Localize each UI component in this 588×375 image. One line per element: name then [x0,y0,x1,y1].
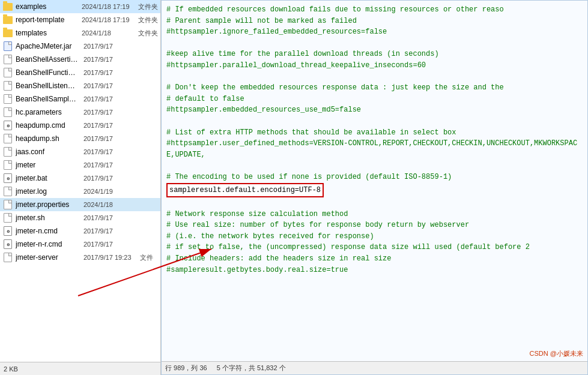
file-row[interactable]: BeanShellAssertion.bshrc2017/9/17 [0,53,160,66]
file-row[interactable]: jmeter-server2017/9/17 19:23文件 [0,251,160,264]
code-line [166,197,583,209]
bat-icon: ⚙ [2,226,13,236]
file-size: 2 KB [4,365,18,373]
doc-icon [2,54,13,65]
file-name: hc.parameters [16,108,79,116]
file-name: jmeter.properties [16,200,79,209]
file-status-bar: 2 KB [0,362,160,375]
file-name: report-template [16,16,77,24]
file-row[interactable]: jmeter.log2024/1/19 [0,185,160,198]
file-name: BeanShellSampler.bshrc [16,95,79,103]
doc-icon [2,252,13,263]
code-line [166,116,583,127]
file-row[interactable]: BeanShellFunction.bshrc2017/9/17 [0,66,160,79]
code-line: # Parent sample will not be marked as fa… [166,16,583,27]
code-line: #httpsampler.ignore_failed_embedded_reso… [166,26,583,38]
char-count: 5 个字符，共 51,832 个 [217,364,286,373]
file-name: jmeter.sh [16,214,79,222]
file-row[interactable]: jmeter.sh2017/9/17 [0,211,160,224]
file-name: ApacheJMeter.jar [16,42,79,50]
code-line [166,38,583,49]
file-panel: examples2024/1/18 17:19文件夹report-templat… [0,0,161,375]
code-line: #sampleresult.getbytes.body.real.size=tr… [166,265,583,276]
code-line: #httpsampler.parallel_download_thread_ke… [166,60,583,71]
file-row[interactable]: ⚙jmeter.bat2017/9/17 [0,172,160,185]
file-date: 2017/9/17 [83,227,138,235]
file-date: 2017/9/17 [83,82,138,89]
file-name: templates [16,29,77,37]
file-date: 2017/9/17 [83,109,138,116]
content-panel: # If embedded resources download fails d… [161,0,588,375]
code-line: #httpsampler.user_defined_methods=VERSIO… [166,138,583,160]
file-row[interactable]: BeanShellListeners.bshrc2017/9/17 [0,79,160,92]
doc-icon [2,186,13,197]
code-line: # List of extra HTTP methods that should… [166,127,583,139]
code-line: # The encoding to be used if none is pro… [166,172,583,183]
folder-icon [2,1,13,12]
jar-icon [2,41,13,52]
file-date: 2017/9/17 [83,69,138,76]
doc-icon [2,80,13,91]
file-date: 2017/9/17 [83,241,138,248]
file-row[interactable]: ApacheJMeter.jar2017/9/17 [0,40,160,53]
code-line: #keep alive time for the parallel downlo… [166,49,583,60]
code-line [166,160,583,172]
file-name: jmeter-server [16,253,79,262]
file-date: 2024/1/18 17:19 [82,16,136,23]
file-row[interactable]: ⚙jmeter-n-r.cmd2017/9/17 [0,238,160,251]
file-date: 2017/9/17 [83,43,138,50]
file-date: 2017/9/17 [83,56,138,63]
file-row[interactable]: examples2024/1/18 17:19文件夹 [0,0,160,13]
file-name: jmeter [16,161,79,169]
file-type: 文件 [140,253,158,262]
file-row[interactable]: jmeter2017/9/17 [0,158,160,172]
code-line: # Use real size: number of bytes for res… [166,220,583,231]
file-name: examples [16,2,77,11]
file-name: jmeter.log [16,187,79,196]
file-row[interactable]: templates2024/1/18文件夹 [0,26,160,40]
file-row[interactable]: ⚙heapdump.cmd2017/9/17 [0,119,160,132]
doc-icon [2,94,13,104]
file-row[interactable]: hc.parameters2017/9/17 [0,106,160,119]
file-date: 2024/1/18 17:19 [82,3,136,10]
code-line: # (i.e. the network bytes received for r… [166,231,583,242]
folder-icon [2,28,13,38]
file-name: jmeter-n-r.cmd [16,240,79,248]
doc-icon [2,212,13,223]
file-date: 2017/9/17 [83,161,138,169]
folder-icon [2,14,13,25]
file-date: 2017/9/17 [83,135,138,142]
file-row[interactable]: report-template2024/1/18 17:19文件夹 [0,13,160,26]
content-area[interactable]: # If embedded resources download fails d… [162,1,587,361]
file-row[interactable]: BeanShellSampler.bshrc2017/9/17 [0,92,160,106]
code-line [166,71,583,83]
file-name: heapdump.cmd [16,121,79,130]
code-line: # Include headers: add the headers size … [166,253,583,265]
code-line: # If embedded resources download fails d… [166,4,583,16]
file-row[interactable]: ⚙jmeter-n.cmd2017/9/17 [0,224,160,238]
file-list[interactable]: examples2024/1/18 17:19文件夹report-templat… [0,0,160,362]
file-date: 2017/9/17 [83,95,138,103]
doc-icon [2,160,13,170]
code-line: # Don't keep the embedded resources resp… [166,82,583,94]
file-row[interactable]: jmeter.properties2024/1/18 [0,198,160,211]
file-date: 2024/1/19 [83,188,138,195]
file-date: 2017/9/17 [83,175,138,182]
code-line: # default to false [166,94,583,105]
file-row[interactable]: heapdump.sh2017/9/17 [0,132,160,145]
file-name: BeanShellFunction.bshrc [16,68,79,77]
file-row[interactable]: jaas.conf2017/9/17 [0,145,160,158]
file-date: 2017/9/17 [83,122,138,129]
doc-icon [2,199,13,210]
cursor-position: 行 989，列 36 [165,364,207,373]
code-line: # Network response size calculation meth… [166,209,583,220]
bat-icon: ⚙ [2,239,13,250]
file-date: 2017/9/17 19:23 [83,254,138,261]
doc-icon [2,133,13,144]
highlight-value: sampleresult.default.encoding=UTF-8 [166,183,324,198]
code-line: sampleresult.default.encoding=UTF-8 [166,183,583,198]
bat-icon: ⚙ [2,120,13,131]
file-type: 文件夹 [138,16,158,25]
doc-icon [2,67,13,78]
file-date: 2017/9/17 [83,148,138,155]
